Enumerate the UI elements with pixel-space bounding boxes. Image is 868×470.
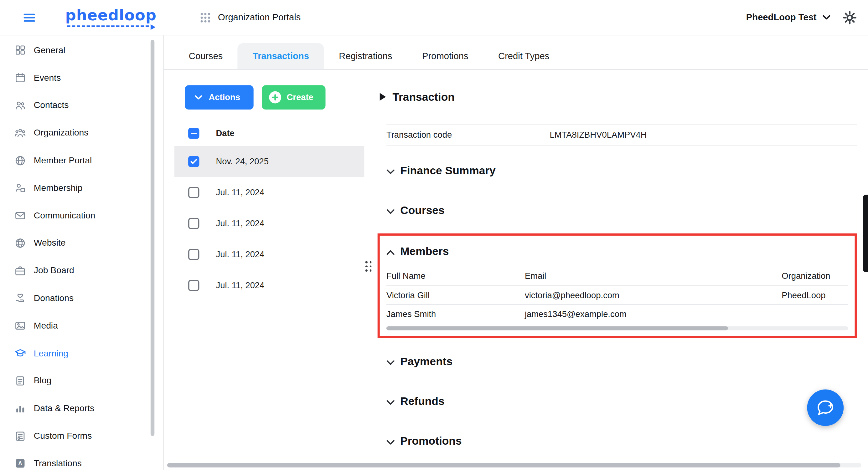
sidebar-item-label: Blog: [34, 376, 52, 386]
chat-bubble-icon: [815, 398, 835, 417]
sidebar-item-media[interactable]: Media: [0, 312, 163, 339]
member-full-name: James Smith: [386, 309, 525, 319]
panel-drag-handle-icon[interactable]: [365, 261, 372, 272]
section-label: Promotions: [400, 435, 462, 447]
logo-underline: [67, 25, 149, 27]
topbar-module: Organization Portals: [200, 12, 301, 23]
payments-section-header[interactable]: Payments: [386, 352, 857, 370]
members-scrollbar-thumb[interactable]: [386, 326, 728, 330]
tab-credit-types[interactable]: Credit Types: [483, 43, 564, 69]
logo-arrow-icon: [150, 24, 155, 30]
sidebar-item-label: Donations: [34, 293, 73, 303]
members-table-header: Full Name Email Organization: [386, 267, 848, 286]
sidebar-item-contacts[interactable]: Contacts: [0, 92, 163, 119]
sidebar-item-donations[interactable]: Donations: [0, 284, 163, 312]
sidebar-scrollbar-thumb[interactable]: [151, 40, 154, 436]
tab-label: Promotions: [422, 51, 468, 62]
members-section-header[interactable]: Members: [386, 242, 848, 260]
date-row[interactable]: Jul. 11, 2024: [175, 239, 364, 270]
account-menu[interactable]: PheedLoop Test: [746, 12, 830, 23]
chevron-down-icon: [386, 435, 395, 447]
row-checkbox[interactable]: [188, 156, 199, 167]
sidebar-item-label: General: [34, 45, 65, 56]
globe-icon: [14, 154, 26, 166]
row-checkbox[interactable]: [188, 249, 199, 260]
sidebar-item-label: Translations: [34, 459, 82, 468]
sidebar-item-translations[interactable]: A Translations: [0, 450, 163, 470]
plus-icon: [269, 91, 281, 104]
transaction-title: Transaction: [392, 91, 454, 103]
tab-transactions[interactable]: Transactions: [238, 43, 324, 69]
tab-label: Credit Types: [498, 51, 549, 62]
date-list-header[interactable]: Date: [175, 121, 364, 146]
transaction-code-label: Transaction code: [386, 130, 550, 140]
tab-courses[interactable]: Courses: [174, 43, 238, 69]
sidebar: General Events Contacts Organizations Me…: [0, 35, 164, 470]
refunds-section-header[interactable]: Refunds: [386, 392, 857, 410]
app-window: pheedloop Organization Portals PheedLoop…: [0, 0, 868, 470]
tab-registrations[interactable]: Registrations: [324, 43, 407, 69]
courses-section-header[interactable]: Courses: [386, 202, 857, 220]
chat-widget-button[interactable]: [807, 390, 844, 426]
sidebar-item-general[interactable]: General: [0, 37, 163, 64]
section-label: Members: [400, 245, 449, 258]
sidebar-item-communication[interactable]: Communication: [0, 202, 163, 229]
sidebar-item-blog[interactable]: Blog: [0, 367, 163, 395]
chevron-up-icon: [386, 245, 395, 258]
tab-bar: Courses Transactions Registrations Promo…: [164, 43, 868, 70]
finance-summary-section-header[interactable]: Finance Summary: [386, 162, 857, 179]
form-icon: [14, 430, 26, 442]
sidebar-item-label: Member Portal: [34, 156, 92, 166]
sidebar-item-membership[interactable]: Membership: [0, 174, 163, 202]
sidebar-item-website[interactable]: Website: [0, 229, 163, 257]
sidebar-item-data-reports[interactable]: Data & Reports: [0, 395, 163, 422]
date-row[interactable]: Jul. 11, 2024: [175, 270, 364, 301]
date-row[interactable]: Jul. 11, 2024: [175, 177, 364, 208]
create-button[interactable]: Create: [262, 85, 326, 109]
date-label: Jul. 11, 2024: [216, 188, 264, 197]
row-checkbox[interactable]: [188, 218, 199, 229]
briefcase-icon: [14, 265, 26, 277]
chevron-down-icon: [386, 395, 395, 407]
select-all-checkbox[interactable]: [188, 128, 199, 139]
member-email: victoria@pheedloop.com: [525, 290, 782, 300]
sidebar-item-label: Data & Reports: [34, 403, 94, 413]
sidebar-item-member-portal[interactable]: Member Portal: [0, 147, 163, 174]
chevron-down-icon: [823, 15, 830, 20]
members-table: Full Name Email Organization Victoria Gi…: [386, 267, 848, 330]
tab-promotions[interactable]: Promotions: [407, 43, 483, 69]
promotions-section-header[interactable]: Promotions: [386, 432, 857, 450]
sidebar-item-learning[interactable]: Learning: [0, 339, 163, 367]
graduation-cap-icon: [14, 347, 26, 360]
apps-grid-icon[interactable]: [200, 12, 211, 23]
media-icon: [14, 320, 26, 332]
section-label: Refunds: [400, 395, 444, 407]
sidebar-item-job-board[interactable]: Job Board: [0, 257, 163, 284]
date-row[interactable]: Jul. 11, 2024: [175, 208, 364, 239]
main-horizontal-scrollbar-thumb[interactable]: [167, 463, 840, 468]
sidebar-item-label: Media: [34, 321, 58, 331]
gear-icon[interactable]: [843, 10, 857, 25]
sidebar-item-label: Learning: [34, 348, 68, 358]
sidebar-item-label: Membership: [34, 183, 83, 193]
hamburger-menu-icon[interactable]: [23, 13, 35, 22]
sidebar-item-organizations[interactable]: Organizations: [0, 119, 163, 147]
transaction-detail-panel: Transaction Transaction code LMTA8IZBHV0…: [374, 70, 868, 470]
row-checkbox[interactable]: [188, 280, 199, 291]
transaction-section-header[interactable]: Transaction: [380, 89, 857, 105]
sidebar-item-events[interactable]: Events: [0, 64, 163, 92]
grid-icon: [14, 44, 26, 56]
topbar-right: PheedLoop Test: [746, 10, 868, 25]
content-area: Actions Create Date: [164, 70, 868, 470]
actions-button[interactable]: Actions: [185, 85, 253, 109]
row-checkbox[interactable]: [188, 187, 199, 198]
sidebar-item-custom-forms[interactable]: Custom Forms: [0, 422, 163, 450]
main-area: Courses Transactions Registrations Promo…: [164, 35, 868, 470]
sidebar-item-label: Organizations: [34, 128, 89, 138]
transactions-list-panel: Actions Create Date: [164, 70, 374, 470]
page-vertical-scrollbar-thumb[interactable]: [863, 195, 868, 272]
date-row[interactable]: Nov. 24, 2025: [175, 146, 364, 177]
member-organization: PheedLoop: [782, 290, 848, 300]
website-globe-icon: [14, 237, 26, 249]
pheedloop-logo[interactable]: pheedloop: [65, 7, 157, 28]
